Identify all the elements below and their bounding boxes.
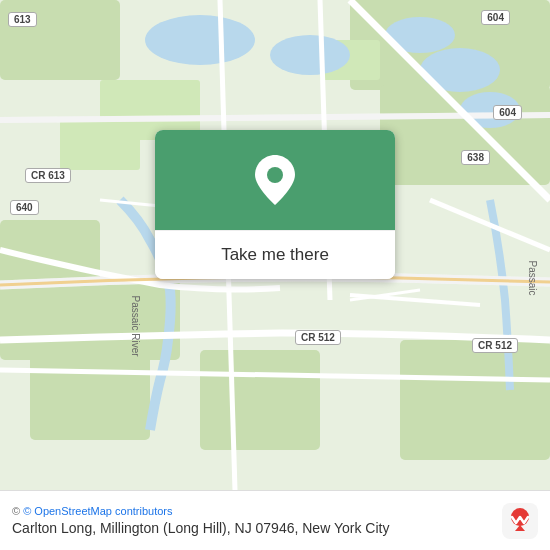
take-me-there-button[interactable]: Take me there [155,230,395,279]
route-badge-640: 640 [10,200,39,215]
route-badge-cr512-mid: CR 512 [295,330,341,345]
route-badge-604-mid: 604 [493,105,522,120]
svg-rect-7 [200,350,320,450]
location-card: Take me there [155,130,395,279]
passaic-river-label: Passaic River [130,296,141,357]
location-text: Carlton Long, Millington (Long Hill), NJ… [12,520,502,536]
route-badge-cr613: CR 613 [25,168,71,183]
osm-link[interactable]: © OpenStreetMap contributors [23,505,172,517]
moovit-icon [502,503,538,539]
route-badge-cr512-right: CR 512 [472,338,518,353]
passaic-right-label: Passaic [527,260,538,295]
route-badge-613: 613 [8,12,37,27]
route-badge-638: 638 [461,150,490,165]
svg-point-12 [145,15,255,65]
location-pin-icon [255,155,295,205]
card-map-preview [155,130,395,230]
bottom-left: © © OpenStreetMap contributors Carlton L… [12,505,502,536]
svg-point-13 [270,35,350,75]
svg-rect-10 [60,120,140,170]
svg-point-28 [267,167,283,183]
bottom-bar: © © OpenStreetMap contributors Carlton L… [0,490,550,550]
moovit-logo [502,503,538,539]
copyright-symbol: © [12,505,20,517]
svg-rect-8 [400,340,550,460]
map-container: 613 604 604 638 640 637 CR 613 CR 512 CR… [0,0,550,490]
route-badge-604-top: 604 [481,10,510,25]
attribution: © © OpenStreetMap contributors [12,505,502,517]
